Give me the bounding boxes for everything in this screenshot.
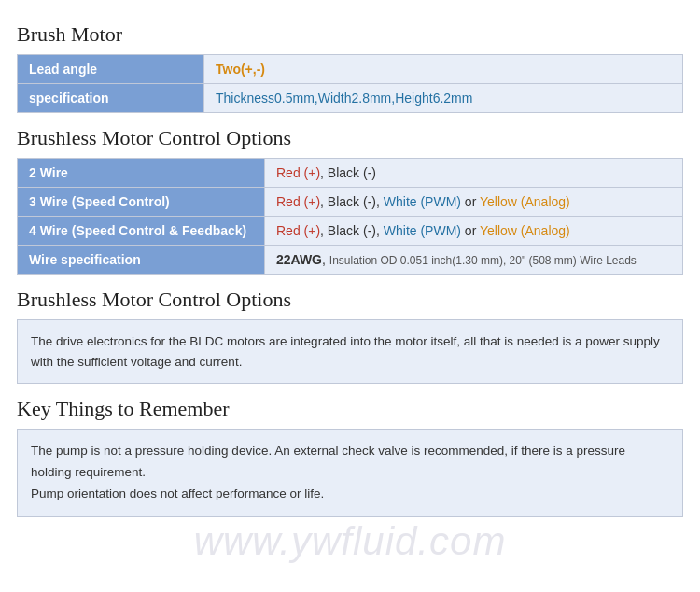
brushless-control-table: 2 Wire Red (+), Black (-) 3 Wire (Speed … bbox=[17, 158, 683, 275]
wire4-label: 4 Wire (Speed Control & Feedback) bbox=[18, 217, 265, 246]
wire2-red: Red (+) bbox=[276, 165, 320, 180]
key-things-box: The pump is not a pressure holding devic… bbox=[17, 429, 683, 517]
table-row: 2 Wire Red (+), Black (-) bbox=[18, 159, 683, 188]
table-row: Wire specification 22AWG, Insulation OD … bbox=[18, 246, 683, 275]
specification-text: Thickness0.5mm,Width2.8mm,Height6.2mm bbox=[216, 91, 472, 106]
brushless-control-title: Brushless Motor Control Options bbox=[17, 126, 683, 150]
wire2-label: 2 Wire bbox=[18, 159, 265, 188]
specification-value: Thickness0.5mm,Width2.8mm,Height6.2mm bbox=[204, 84, 683, 113]
wire4-value: Red (+), Black (-), White (PWM) or Yello… bbox=[265, 217, 683, 246]
wire3-label: 3 Wire (Speed Control) bbox=[18, 188, 265, 217]
key-things-title: Key Things to Remember bbox=[17, 397, 683, 421]
brush-motor-title: Brush Motor bbox=[17, 22, 683, 47]
specification-label: specification bbox=[18, 84, 204, 113]
wire2-black: Black (-) bbox=[328, 165, 376, 180]
table-row: 3 Wire (Speed Control) Red (+), Black (-… bbox=[18, 188, 683, 217]
table-row: Lead angle Two(+,-) bbox=[18, 55, 683, 84]
wire-spec-label: Wire specification bbox=[18, 246, 265, 275]
wire-spec-value: 22AWG, Insulation OD 0.051 inch(1.30 mm)… bbox=[265, 246, 683, 275]
brushless-desc-title: Brushless Motor Control Options bbox=[17, 288, 683, 312]
table-row: specification Thickness0.5mm,Width2.8mm,… bbox=[18, 84, 683, 113]
table-row: 4 Wire (Speed Control & Feedback) Red (+… bbox=[18, 217, 683, 246]
brushless-description-box: The drive electronics for the BLDC motor… bbox=[17, 319, 683, 384]
key-things-line2: Pump orientation does not affect perform… bbox=[31, 486, 324, 500]
lead-angle-value: Two(+,-) bbox=[204, 55, 683, 84]
brush-motor-table: Lead angle Two(+,-) specification Thickn… bbox=[17, 54, 683, 113]
brushless-description-text: The drive electronics for the BLDC motor… bbox=[31, 334, 660, 369]
key-things-line1: The pump is not a pressure holding devic… bbox=[31, 444, 625, 479]
lead-angle-text: Two(+,-) bbox=[216, 62, 265, 77]
wire3-value: Red (+), Black (-), White (PWM) or Yello… bbox=[265, 188, 683, 217]
wire2-value: Red (+), Black (-) bbox=[265, 159, 683, 188]
lead-angle-label: Lead angle bbox=[18, 55, 204, 84]
